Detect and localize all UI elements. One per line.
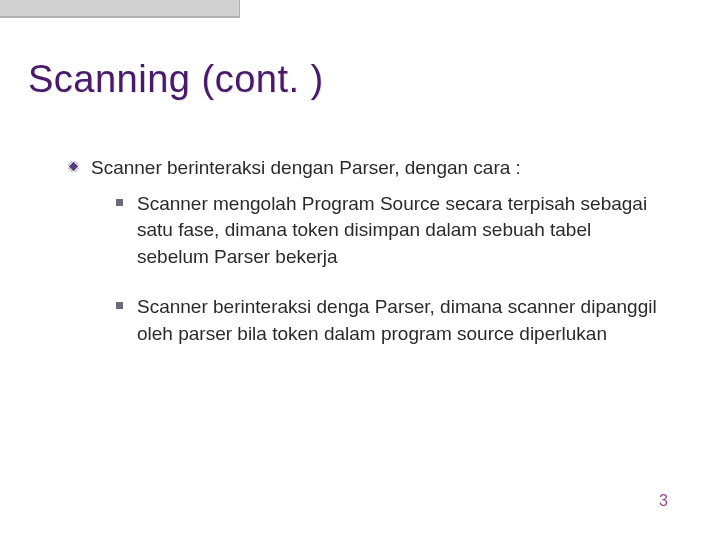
page-number: 3 — [659, 492, 668, 510]
slide-body: Scanner berinteraksi dengan Parser, deng… — [68, 155, 670, 372]
diamond-bullet-icon — [68, 161, 79, 172]
bullet-main-text: Scanner berinteraksi dengan Parser, deng… — [91, 155, 521, 181]
square-bullet-icon — [116, 302, 123, 309]
bullet-sub: Scanner berinteraksi denga Parser, diman… — [116, 294, 670, 347]
bullet-main: Scanner berinteraksi dengan Parser, deng… — [68, 155, 670, 181]
slide-title: Scanning (cont. ) — [28, 58, 324, 101]
bullet-sub-text: Scanner berinteraksi denga Parser, diman… — [137, 294, 657, 347]
bullet-sub-text: Scanner mengolah Program Source secara t… — [137, 191, 657, 271]
bullet-sub: Scanner mengolah Program Source secara t… — [116, 191, 670, 271]
top-accent-bar — [0, 0, 240, 18]
square-bullet-icon — [116, 199, 123, 206]
